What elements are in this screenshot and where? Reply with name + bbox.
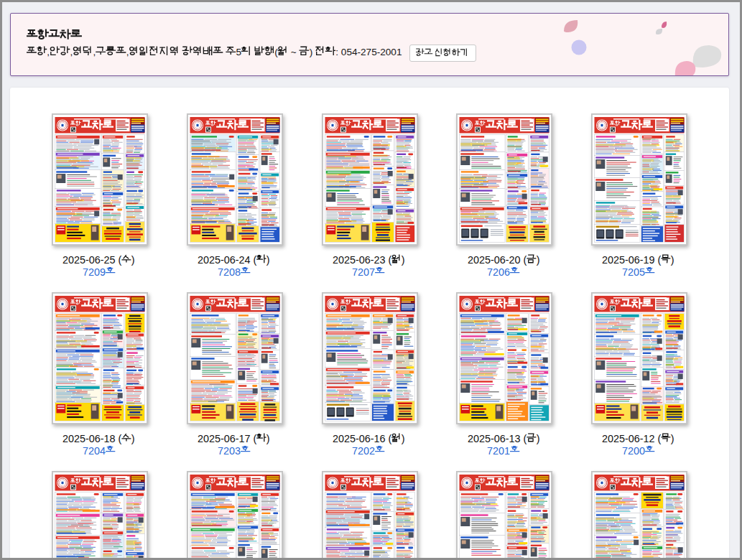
svg-text:): ) xyxy=(266,254,270,266)
svg-text:~: ~ xyxy=(288,47,300,57)
svg-text:: 054-275-2001: : 054-275-2001 xyxy=(335,47,402,57)
svg-text:7206: 7206 xyxy=(487,266,510,278)
svg-text:2025-06-23 (: 2025-06-23 ( xyxy=(333,254,392,266)
svg-text:2025-06-16 (: 2025-06-16 ( xyxy=(333,433,392,444)
svg-text:2025-06-18 (: 2025-06-18 ( xyxy=(62,433,122,444)
svg-text:,: , xyxy=(93,47,96,57)
svg-text:): ) xyxy=(310,47,315,57)
svg-text:2025-06-13 (: 2025-06-13 ( xyxy=(468,433,527,444)
svg-text:): ) xyxy=(131,433,135,444)
svg-text:7203: 7203 xyxy=(218,445,241,457)
svg-text:,: , xyxy=(70,47,73,57)
svg-text:2025-06-20 (: 2025-06-20 ( xyxy=(468,254,527,266)
svg-text:2025-06-19 (: 2025-06-19 ( xyxy=(602,254,662,266)
svg-text:7208: 7208 xyxy=(218,266,241,278)
svg-text:7209: 7209 xyxy=(83,266,106,278)
svg-text:7207: 7207 xyxy=(352,266,375,278)
svg-text:,: , xyxy=(47,47,50,57)
svg-text:): ) xyxy=(536,254,539,266)
svg-text:5: 5 xyxy=(236,47,242,57)
svg-text:): ) xyxy=(402,433,405,444)
svg-text:7204: 7204 xyxy=(83,445,106,457)
svg-text:): ) xyxy=(266,433,270,444)
svg-text:): ) xyxy=(131,254,135,266)
svg-text:7205: 7205 xyxy=(622,266,645,278)
svg-text:2025-06-12 (: 2025-06-12 ( xyxy=(602,433,662,444)
svg-text:7201: 7201 xyxy=(487,445,510,457)
svg-text:): ) xyxy=(536,433,539,444)
svg-text:): ) xyxy=(402,254,405,266)
svg-text:(: ( xyxy=(274,47,278,57)
svg-text:2025-06-25 (: 2025-06-25 ( xyxy=(62,254,122,266)
svg-text:2025-06-24 (: 2025-06-24 ( xyxy=(198,254,257,266)
svg-text:,: , xyxy=(126,47,129,57)
svg-text:7202: 7202 xyxy=(352,445,375,457)
svg-text:2025-06-17 (: 2025-06-17 ( xyxy=(198,433,257,444)
svg-text:): ) xyxy=(671,254,674,266)
svg-text:7200: 7200 xyxy=(622,445,645,457)
svg-text:): ) xyxy=(671,433,674,444)
